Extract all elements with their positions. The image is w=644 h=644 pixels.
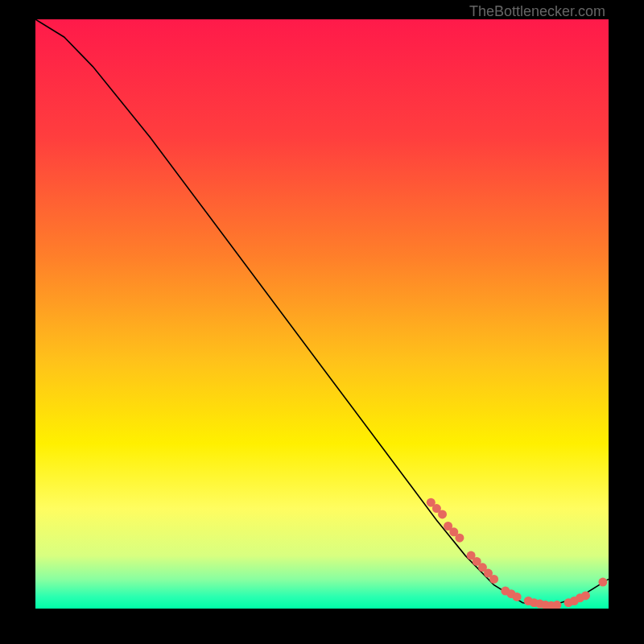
svg-point-24 (581, 591, 590, 600)
attribution-label: TheBottlenecker.com (469, 3, 605, 20)
svg-point-6 (455, 534, 464, 543)
chart-frame (35, 19, 609, 609)
svg-rect-0 (35, 19, 609, 609)
bottleneck-chart (35, 19, 609, 609)
svg-point-11 (489, 575, 498, 584)
svg-point-14 (513, 592, 522, 601)
svg-point-25 (598, 578, 607, 587)
svg-point-3 (438, 510, 447, 518)
